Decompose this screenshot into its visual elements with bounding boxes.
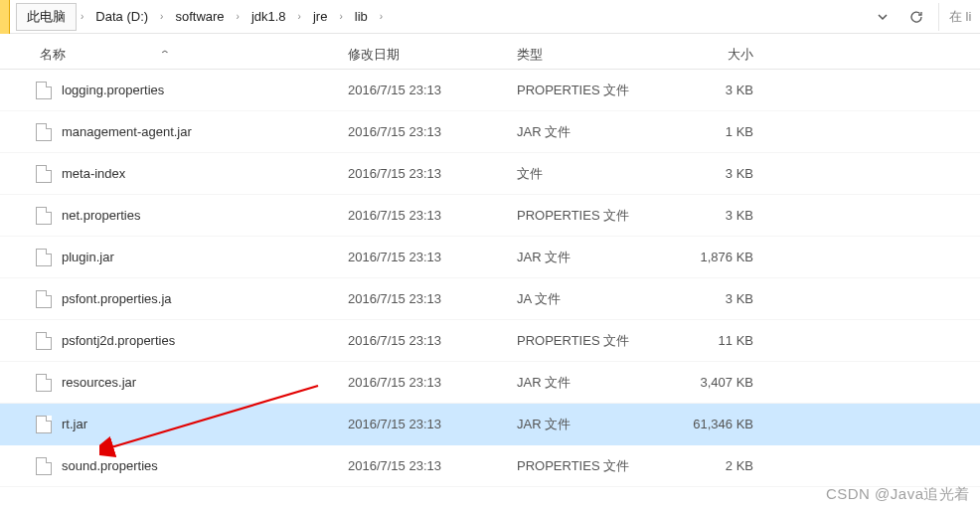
file-type-cell: JAR 文件: [517, 249, 676, 266]
file-date-cell: 2016/7/15 23:13: [348, 375, 517, 390]
file-name-cell: plugin.jar: [0, 249, 348, 266]
file-icon: [36, 165, 52, 183]
file-type-cell: JAR 文件: [517, 374, 676, 392]
file-icon: [36, 290, 52, 308]
file-date-cell: 2016/7/15 23:13: [348, 166, 517, 181]
table-row[interactable]: management-agent.jar2016/7/15 23:13JAR 文…: [0, 111, 980, 153]
file-name-label: meta-index: [62, 166, 125, 181]
file-type-cell: JAR 文件: [517, 416, 676, 433]
file-name-cell: resources.jar: [0, 374, 348, 392]
table-row[interactable]: net.properties2016/7/15 23:13PROPERTIES …: [0, 195, 980, 237]
breadcrumb-item[interactable]: 此电脑: [16, 3, 77, 31]
watermark: CSDN @Java追光着: [826, 485, 970, 504]
search-placeholder: 在 li: [949, 8, 971, 26]
file-name-cell: net.properties: [0, 207, 348, 225]
file-size-cell: 61,346 KB: [676, 417, 775, 431]
breadcrumb[interactable]: 此电脑›Data (D:)›software›jdk1.8›jre›lib›: [10, 0, 861, 33]
file-type-cell: 文件: [517, 165, 676, 183]
file-name-label: plugin.jar: [62, 250, 114, 264]
file-name-label: psfont.properties.ja: [62, 291, 172, 306]
file-type-cell: PROPERTIES 文件: [517, 332, 676, 350]
file-name-cell: sound.properties: [0, 457, 348, 475]
file-name-cell: psfontj2d.properties: [0, 332, 348, 350]
file-size-cell: 3 KB: [676, 83, 775, 97]
sort-indicator-icon: ⌃: [159, 49, 170, 60]
column-header-row[interactable]: 名称 ⌃ 修改日期 类型 大小: [0, 34, 980, 70]
file-icon: [36, 457, 52, 475]
file-icon: [36, 82, 52, 99]
address-toolbar: 此电脑›Data (D:)›software›jdk1.8›jre›lib› 在…: [0, 0, 980, 34]
table-row[interactable]: psfont.properties.ja2016/7/15 23:13JA 文件…: [0, 278, 980, 320]
column-header-date[interactable]: 修改日期: [348, 46, 517, 64]
file-name-label: resources.jar: [62, 375, 136, 390]
file-icon: [36, 249, 52, 266]
file-icon: [36, 332, 52, 350]
file-name-label: management-agent.jar: [62, 124, 192, 139]
file-list: logging.properties2016/7/15 23:13PROPERT…: [0, 70, 980, 487]
file-date-cell: 2016/7/15 23:13: [348, 417, 517, 431]
file-size-cell: 2 KB: [676, 458, 775, 473]
chevron-right-icon[interactable]: ›: [81, 11, 83, 22]
file-type-cell: JA 文件: [517, 290, 676, 308]
file-name-cell: rt.jar: [0, 416, 348, 433]
breadcrumb-item[interactable]: lib: [347, 3, 376, 31]
table-row[interactable]: psfontj2d.properties2016/7/15 23:13PROPE…: [0, 320, 980, 362]
file-date-cell: 2016/7/15 23:13: [348, 250, 517, 264]
table-row[interactable]: plugin.jar2016/7/15 23:13JAR 文件1,876 KB: [0, 237, 980, 278]
column-header-size[interactable]: 大小: [676, 46, 775, 64]
file-name-label: psfontj2d.properties: [62, 333, 175, 348]
breadcrumb-item[interactable]: Data (D:): [87, 3, 156, 31]
file-date-cell: 2016/7/15 23:13: [348, 208, 517, 223]
file-size-cell: 11 KB: [676, 333, 775, 348]
chevron-right-icon[interactable]: ›: [160, 11, 163, 22]
chevron-right-icon[interactable]: ›: [237, 11, 240, 22]
search-input[interactable]: 在 li: [938, 3, 980, 31]
chevron-right-icon[interactable]: ›: [298, 11, 301, 22]
breadcrumb-item[interactable]: software: [167, 3, 232, 31]
table-row[interactable]: logging.properties2016/7/15 23:13PROPERT…: [0, 70, 980, 111]
file-size-cell: 3 KB: [676, 291, 775, 306]
file-type-cell: PROPERTIES 文件: [517, 457, 676, 475]
table-row[interactable]: rt.jar2016/7/15 23:13JAR 文件61,346 KB: [0, 404, 980, 445]
file-size-cell: 1,876 KB: [676, 250, 775, 264]
file-date-cell: 2016/7/15 23:13: [348, 333, 517, 348]
table-row[interactable]: meta-index2016/7/15 23:13文件3 KB: [0, 153, 980, 195]
file-icon: [36, 374, 52, 392]
file-type-cell: PROPERTIES 文件: [517, 207, 676, 225]
chevron-right-icon[interactable]: ›: [380, 11, 383, 22]
file-name-cell: management-agent.jar: [0, 123, 348, 141]
breadcrumb-item[interactable]: jre: [305, 3, 335, 31]
file-icon: [36, 123, 52, 141]
file-size-cell: 3 KB: [676, 208, 775, 223]
file-name-label: rt.jar: [62, 417, 87, 431]
file-date-cell: 2016/7/15 23:13: [348, 124, 517, 139]
file-size-cell: 1 KB: [676, 124, 775, 139]
chevron-right-icon[interactable]: ›: [339, 11, 342, 22]
chevron-down-icon[interactable]: [875, 9, 891, 25]
file-type-cell: PROPERTIES 文件: [517, 82, 676, 99]
file-icon: [36, 207, 52, 225]
file-date-cell: 2016/7/15 23:13: [348, 458, 517, 473]
column-header-type[interactable]: 类型: [517, 46, 676, 64]
file-name-label: logging.properties: [62, 83, 164, 97]
file-date-cell: 2016/7/15 23:13: [348, 83, 517, 97]
table-row[interactable]: resources.jar2016/7/15 23:13JAR 文件3,407 …: [0, 362, 980, 404]
file-date-cell: 2016/7/15 23:13: [348, 291, 517, 306]
file-name-cell: meta-index: [0, 165, 348, 183]
refresh-icon[interactable]: [908, 9, 924, 25]
file-size-cell: 3,407 KB: [676, 375, 775, 390]
file-name-cell: psfont.properties.ja: [0, 290, 348, 308]
file-name-cell: logging.properties: [0, 82, 348, 99]
file-size-cell: 3 KB: [676, 166, 775, 181]
table-row[interactable]: sound.properties2016/7/15 23:13PROPERTIE…: [0, 445, 980, 487]
breadcrumb-item[interactable]: jdk1.8: [244, 3, 294, 31]
file-name-label: sound.properties: [62, 458, 158, 473]
folder-color-strip: [0, 0, 10, 34]
nav-icons: [861, 9, 938, 25]
column-header-name[interactable]: 名称 ⌃: [0, 46, 348, 64]
file-name-label: net.properties: [62, 208, 141, 223]
file-icon: [36, 416, 52, 433]
file-type-cell: JAR 文件: [517, 123, 676, 141]
